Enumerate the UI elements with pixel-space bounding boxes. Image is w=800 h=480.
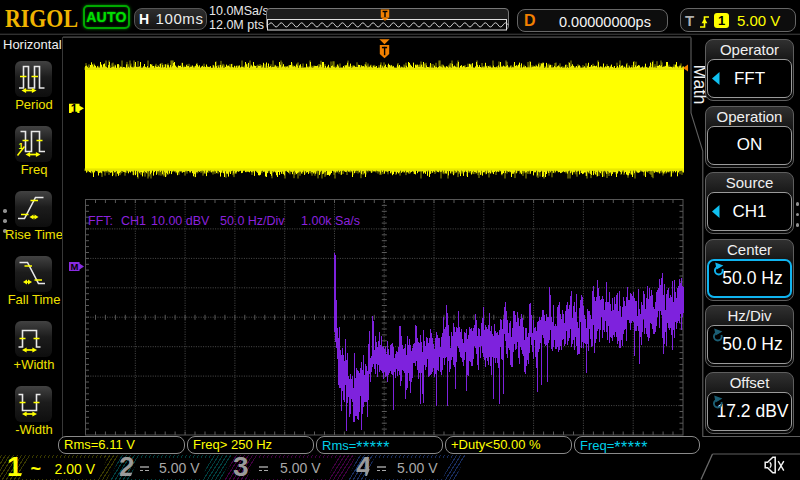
svg-text:M: M	[71, 261, 79, 272]
svg-text:1: 1	[71, 102, 78, 116]
